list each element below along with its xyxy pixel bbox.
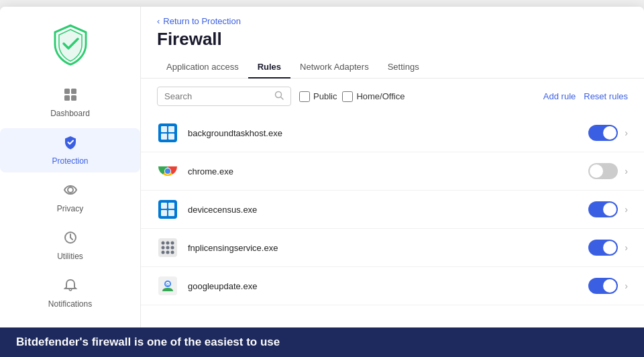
sidebar-item-utilities-label: Utilities (57, 252, 83, 261)
svg-point-32 (166, 251, 170, 254)
svg-rect-1 (71, 89, 76, 94)
rule-row[interactable]: fnplicensingservice.exe › (141, 229, 644, 267)
svg-rect-23 (168, 210, 174, 216)
app-logo (47, 20, 94, 67)
rule-row[interactable]: devicecensus.exe › (141, 191, 644, 229)
rule-name-backgroundtaskhost: backgroundtaskhost.exe (188, 128, 588, 138)
main-content: ‹ Return to Protection Firewall Applicat… (141, 7, 644, 336)
sidebar: Dashboard Protection P (0, 7, 141, 336)
utilities-icon (63, 230, 78, 249)
filter-public-checkbox[interactable] (299, 91, 310, 102)
add-rule-button[interactable]: Add rule (543, 91, 576, 101)
chevron-icon-backgroundtaskhost: › (625, 128, 628, 138)
rule-name-chrome: chrome.exe (188, 166, 588, 176)
rule-icon-fnplicensingservice (157, 237, 178, 258)
bottom-banner: Bitdefender's firewall is one of the eas… (0, 327, 644, 357)
sidebar-item-privacy[interactable]: Privacy (0, 176, 140, 220)
sidebar-item-utilities[interactable]: Utilities (0, 223, 140, 268)
page-title: Firewall (141, 26, 644, 56)
sidebar-item-protection[interactable]: Protection (0, 128, 140, 172)
filter-homeoffice[interactable]: Home/Office (342, 91, 405, 102)
svg-line-7 (70, 238, 72, 240)
toggle-devicecensus[interactable] (588, 201, 618, 217)
tab-network-adapters[interactable]: Network Adapters (290, 56, 378, 79)
filter-public-label: Public (313, 91, 337, 101)
rule-row[interactable]: backgroundtaskhost.exe › (141, 114, 644, 152)
svg-rect-19 (158, 200, 177, 219)
toolbar: Public Home/Office Add rule Reset rules (141, 79, 644, 114)
search-box[interactable] (157, 87, 291, 106)
svg-rect-20 (161, 203, 167, 209)
svg-point-29 (166, 246, 170, 250)
back-arrow-icon: ‹ (157, 16, 160, 26)
sidebar-item-notifications[interactable]: Notifications (0, 271, 140, 315)
svg-rect-12 (168, 126, 174, 132)
breadcrumb[interactable]: ‹ Return to Protection (141, 7, 644, 26)
svg-point-25 (162, 242, 165, 245)
svg-line-9 (281, 97, 284, 100)
chevron-icon-devicecensus: › (625, 204, 628, 215)
svg-point-18 (165, 168, 170, 174)
svg-rect-3 (71, 95, 76, 101)
privacy-icon (63, 183, 78, 201)
rule-name-devicecensus: devicecensus.exe (188, 205, 588, 215)
svg-rect-0 (64, 89, 70, 94)
rule-icon-chrome (157, 160, 178, 182)
rule-row[interactable]: chrome.exe › (141, 152, 644, 191)
chevron-icon-fnplicensingservice: › (625, 242, 628, 253)
search-icon (274, 91, 284, 102)
svg-rect-10 (158, 123, 177, 142)
toggle-chrome[interactable] (588, 163, 618, 179)
filter-homeoffice-label: Home/Office (356, 91, 405, 101)
rule-icon-backgroundtaskhost (157, 122, 178, 144)
toggle-googleupdate[interactable] (588, 278, 618, 294)
search-input[interactable] (164, 91, 270, 101)
sidebar-item-notifications-label: Notifications (48, 299, 92, 309)
svg-text:G: G (166, 283, 169, 287)
rule-name-fnplicensingservice: fnplicensingservice.exe (188, 243, 588, 253)
svg-rect-13 (161, 134, 167, 140)
sidebar-nav: Dashboard Protection P (0, 81, 140, 315)
notifications-icon (63, 278, 78, 297)
svg-point-33 (171, 251, 174, 254)
filter-public[interactable]: Public (299, 91, 337, 102)
filter-group: Public Home/Office (299, 91, 405, 102)
tabs-bar: Application access Rules Network Adapter… (141, 56, 644, 79)
svg-rect-21 (168, 203, 174, 209)
reset-rules-button[interactable]: Reset rules (584, 91, 628, 101)
svg-rect-22 (161, 210, 167, 216)
svg-rect-11 (161, 126, 167, 132)
sidebar-item-dashboard[interactable]: Dashboard (0, 81, 140, 125)
svg-point-27 (171, 242, 174, 245)
chevron-icon-chrome: › (625, 166, 628, 176)
sidebar-item-dashboard-label: Dashboard (50, 109, 90, 118)
svg-rect-2 (64, 95, 70, 101)
banner-text: Bitdefender's firewall is one of the eas… (16, 336, 280, 348)
chevron-icon-googleupdate: › (625, 280, 628, 291)
protection-icon (63, 135, 78, 154)
svg-point-30 (171, 246, 174, 250)
rule-icon-googleupdate: G (157, 275, 178, 297)
rule-name-googleupdate: googleupdate.exe (188, 281, 588, 291)
sidebar-item-privacy-label: Privacy (57, 204, 83, 213)
svg-point-4 (68, 187, 73, 193)
toggle-fnplicensingservice[interactable] (588, 240, 618, 256)
filter-homeoffice-checkbox[interactable] (342, 91, 353, 102)
dashboard-icon (63, 87, 78, 106)
rule-row[interactable]: G googleupdate.exe › (141, 267, 644, 305)
rules-list: backgroundtaskhost.exe › (141, 114, 644, 336)
tab-application-access[interactable]: Application access (157, 56, 248, 79)
svg-point-26 (166, 242, 170, 245)
rule-icon-devicecensus (157, 199, 178, 220)
tab-rules[interactable]: Rules (248, 56, 290, 79)
svg-point-31 (162, 251, 165, 254)
tab-settings[interactable]: Settings (378, 56, 429, 79)
toggle-backgroundtaskhost[interactable] (588, 125, 618, 141)
breadcrumb-text: Return to Protection (163, 16, 241, 26)
svg-rect-14 (168, 134, 174, 140)
sidebar-item-protection-label: Protection (52, 156, 88, 166)
svg-point-28 (162, 246, 165, 250)
